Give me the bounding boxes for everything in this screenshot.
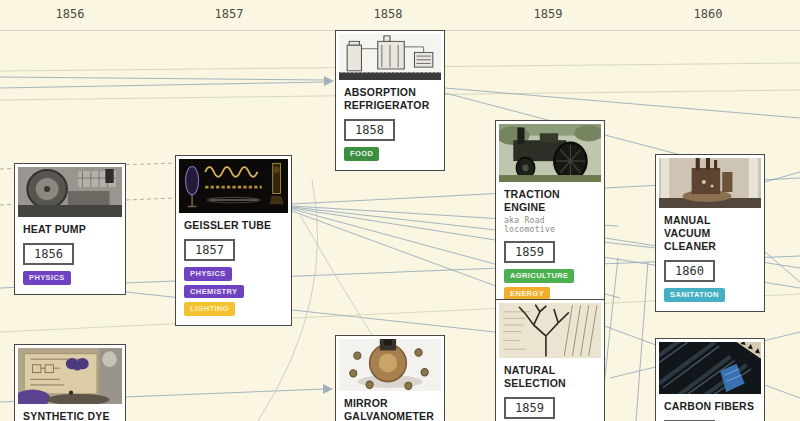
invention-title: NATURAL SELECTION bbox=[504, 364, 596, 390]
invention-title: MIRROR GALVANOMETER bbox=[344, 397, 436, 421]
year-badge: 1860 bbox=[664, 260, 715, 282]
year-badge: 1856 bbox=[23, 243, 74, 265]
invention-card-natural-selection[interactable]: NATURAL SELECTION1859BIOLOGY bbox=[495, 299, 605, 421]
year-badge: 1859 bbox=[504, 241, 555, 263]
tag-food[interactable]: FOOD bbox=[344, 147, 379, 161]
invention-title: HEAT PUMP bbox=[23, 223, 117, 236]
year-badge: 1858 bbox=[344, 119, 395, 141]
geissler-tube-photo bbox=[179, 159, 288, 213]
tag-row: FOOD bbox=[344, 147, 436, 161]
invention-title: CARBON FIBERS bbox=[664, 400, 756, 413]
invention-card-absorption-refrigerator[interactable]: ABSORPTION REFRIGERATOR1858FOOD bbox=[335, 30, 445, 171]
invention-timeline-canvas: 18561857185818591860 ABSORPTION REFRIGER… bbox=[0, 0, 800, 421]
year-label-1858: 1858 bbox=[358, 7, 418, 21]
tag-lighting[interactable]: LIGHTING bbox=[184, 302, 235, 316]
invention-card-mirror-galvanometer[interactable]: MIRROR GALVANOMETER1858 bbox=[335, 335, 445, 421]
tag-physics[interactable]: PHYSICS bbox=[23, 271, 71, 285]
year-badge: 1859 bbox=[504, 397, 555, 419]
invention-card-carbon-fibers[interactable]: CARBON FIBERS1860 bbox=[655, 338, 765, 421]
year-label-1857: 1857 bbox=[199, 7, 259, 21]
year-label-1859: 1859 bbox=[518, 7, 578, 21]
invention-title: TRACTION ENGINE bbox=[504, 188, 596, 214]
invention-card-heat-pump[interactable]: HEAT PUMP1856PHYSICS bbox=[14, 163, 126, 295]
invention-title: ABSORPTION REFRIGERATOR bbox=[344, 86, 436, 112]
tag-row: PHYSICSCHEMISTRYLIGHTING bbox=[184, 267, 283, 316]
invention-card-synthetic-dye[interactable]: SYNTHETIC DYE1856 bbox=[14, 344, 126, 421]
carbon-fibers-photo bbox=[659, 342, 761, 394]
year-label-1856: 1856 bbox=[40, 7, 100, 21]
invention-title: MANUAL VACUUM CLEANER bbox=[664, 214, 756, 253]
tag-row: PHYSICS bbox=[23, 271, 117, 285]
heat-pump-photo bbox=[18, 167, 122, 217]
tag-sanitation[interactable]: SANITATION bbox=[664, 288, 725, 302]
absorption-refrigerator-diagram bbox=[339, 34, 441, 80]
traction-engine-photo bbox=[499, 124, 601, 182]
year-label-1860: 1860 bbox=[678, 7, 738, 21]
synthetic-dye-photo bbox=[18, 348, 122, 404]
invention-card-traction-engine[interactable]: TRACTION ENGINEaka Road locomotive1859AG… bbox=[495, 120, 605, 310]
tag-chemistry[interactable]: CHEMISTRY bbox=[184, 285, 244, 299]
tag-row: AGRICULTUREENERGY bbox=[504, 269, 596, 300]
year-badge: 1857 bbox=[184, 239, 235, 261]
tag-row: SANITATION bbox=[664, 288, 756, 302]
manual-vacuum-cleaner-photo bbox=[659, 158, 761, 208]
mirror-galvanometer-photo bbox=[339, 339, 441, 391]
invention-title: GEISSLER TUBE bbox=[184, 219, 283, 232]
natural-selection-sketch bbox=[499, 303, 601, 358]
tag-agriculture[interactable]: AGRICULTURE bbox=[504, 269, 574, 283]
invention-title: SYNTHETIC DYE bbox=[23, 410, 117, 421]
invention-card-manual-vacuum-cleaner[interactable]: MANUAL VACUUM CLEANER1860SANITATION bbox=[655, 154, 765, 312]
tag-physics[interactable]: PHYSICS bbox=[184, 267, 232, 281]
timeline-year-axis: 18561857185818591860 bbox=[0, 0, 800, 30]
invention-card-geissler-tube[interactable]: GEISSLER TUBE1857PHYSICSCHEMISTRYLIGHTIN… bbox=[175, 155, 292, 326]
invention-subtitle: aka Road locomotive bbox=[504, 216, 596, 234]
